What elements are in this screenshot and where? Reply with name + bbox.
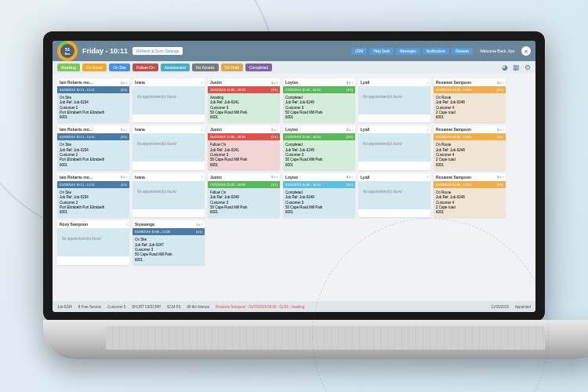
footer-date: 11/03/2019 xyxy=(491,305,509,309)
appointment-card[interactable]: Roxy Sampson ›No appointment(s) found xyxy=(57,220,129,264)
timer-value: 51 Sec xyxy=(60,44,74,58)
card-body: No appointment(s) found xyxy=(132,181,205,209)
appointment-time: 01/03/2019 10:11 - 11:11 xyxy=(60,135,95,139)
filter-onsite[interactable]: On Site xyxy=(109,64,130,71)
card-header: Loyiso4 x › xyxy=(283,125,355,133)
progress-pct: (1/1) xyxy=(196,230,202,234)
card-time-bar: 27/02/2019 15:20 - 16:39(1/1) xyxy=(208,181,280,188)
job-count: 3 x › xyxy=(271,175,278,179)
job-count: › xyxy=(126,223,127,227)
tech-name: Iain Roberts mo... xyxy=(60,127,93,132)
card-header: Loyiso4 x › xyxy=(283,78,355,86)
card-header: Ivana › xyxy=(132,173,205,181)
job-count: 4 x › xyxy=(347,128,353,132)
card-header: Roxy Sampson › xyxy=(57,220,129,228)
tech-name: Loyiso xyxy=(285,127,298,132)
card-line: 6001 xyxy=(60,210,127,215)
job-count: 3 x › xyxy=(271,128,278,132)
card-time-bar: 01/03/2019 10:11 - 11:11(1/1) xyxy=(57,86,129,93)
appointment-card[interactable]: Siyasanga1 x ›01/03/2019 10:06 - 11:06(1… xyxy=(132,220,205,264)
card-time-bar: 01/03/2019 10:06 - 11:06(1/1) xyxy=(132,228,205,235)
page-title: Friday - 10:11 xyxy=(82,47,128,55)
progress-pct: (1/1) xyxy=(497,135,503,139)
filter-followon[interactable]: Follow-On xyxy=(132,64,158,71)
card-header: Lyall › xyxy=(358,125,430,133)
card-body: Follow OnJob Ref: Job-0249Customer 350 C… xyxy=(208,188,280,217)
progress-pct: (1/1) xyxy=(121,88,127,92)
appointment-card[interactable]: Justin3 x ›26/02/2019 12:00 - 18:10(1/1)… xyxy=(208,78,280,122)
close-icon[interactable]: × xyxy=(521,46,531,56)
view-controls: ◕ ▦ ⚙ xyxy=(502,64,531,71)
appointment-card[interactable]: Iain Roberts mo...3 x ›01/03/2019 10:11 … xyxy=(57,78,129,122)
appointment-card[interactable]: Justin3 x ›26/02/2019 12:00 - 18:10(1/1)… xyxy=(208,125,280,169)
appointment-card[interactable]: Ivana ›No appointment(s) found xyxy=(132,173,205,217)
card-header: Roxanne Sampson3 x › xyxy=(434,173,506,181)
appointment-card[interactable]: Loyiso4 x ›27/02/2019 15:49 - 16:10(1/1)… xyxy=(283,125,355,169)
job-count: 4 x › xyxy=(347,175,353,179)
card-body: On SiteJob Ref: Job-0234Customer 2Port E… xyxy=(57,93,129,122)
nav-reviews[interactable]: Reviews xyxy=(452,48,473,55)
footer-addr: 80 6th Avenue xyxy=(187,305,209,309)
app-header: 51 Sec Friday - 10:11 Refresh & Sync Set… xyxy=(53,41,535,61)
progress-pct: (1/1) xyxy=(271,88,278,92)
job-count: 3 x › xyxy=(121,81,127,85)
tech-name: Iain Roberts mo... xyxy=(60,80,93,85)
appointment-card[interactable]: Roxanne Sampson3 x ›01/03/2019 00:00 - 1… xyxy=(434,173,506,217)
nav-messages[interactable]: Messages xyxy=(396,48,420,55)
appointment-card[interactable]: Lyall ›No appointment(s) found xyxy=(358,173,430,217)
pie-chart-icon[interactable]: ◕ xyxy=(502,64,508,71)
appointment-card[interactable]: Lyall ›No appointment(s) found xyxy=(358,78,430,122)
card-body: On SiteJob Ref: Job-0247Customer 350 Cap… xyxy=(132,235,205,264)
appointment-card[interactable]: Ivana ›No appointment(s) found xyxy=(132,78,205,122)
card-time-bar: 26/02/2019 12:00 - 18:10(1/1) xyxy=(208,86,280,93)
card-body: On RouteJob Ref: Job-0248Customer 42 Cap… xyxy=(434,93,506,122)
refresh-timer[interactable]: 51 Sec xyxy=(57,41,78,61)
progress-pct: (1/1) xyxy=(497,183,503,187)
status-filter-bar: Awaiting On Route On Site Follow-On Asse… xyxy=(53,61,535,74)
appointment-card[interactable]: Justin3 x ›27/02/2019 15:20 - 16:39(1/1)… xyxy=(208,173,280,217)
card-body: No appointment(s) found xyxy=(358,181,430,209)
appointment-card[interactable]: Iain Roberts mo...3 x ›01/03/2019 10:11 … xyxy=(57,173,129,217)
grid-icon[interactable]: ▦ xyxy=(513,64,520,71)
filter-noaccess[interactable]: No Access xyxy=(192,64,219,71)
card-line: 6001 xyxy=(436,163,503,168)
empty-message: No appointment(s) found xyxy=(135,89,202,106)
schedule-grid: Iain Roberts mo...3 x ›01/03/2019 10:11 … xyxy=(53,74,535,301)
filter-completed[interactable]: Completed xyxy=(245,64,272,71)
nav-crm[interactable]: CRM xyxy=(351,48,367,55)
tech-name: Justin xyxy=(210,127,222,132)
card-header: Iain Roberts mo...3 x › xyxy=(57,173,129,181)
filter-assessment[interactable]: Assessment xyxy=(161,64,190,71)
card-time-bar: 01/03/2019 10:11 - 11:11(1/1) xyxy=(57,181,129,188)
card-line: 6001 xyxy=(285,115,353,120)
nav-notifications[interactable]: Notifications xyxy=(423,48,450,55)
card-body: CompletedJob Ref: Job-0249Customer 350 C… xyxy=(283,93,355,122)
nav-helpdesk[interactable]: Help Desk xyxy=(369,48,394,55)
appointment-card[interactable]: Roxanne Sampson3 x ›01/03/2019 00:00 - 1… xyxy=(434,78,506,122)
appointment-card[interactable]: Iain Roberts mo...3 x ›01/03/2019 10:11 … xyxy=(57,125,129,169)
filter-onroute[interactable]: On Route xyxy=(82,64,107,71)
footer-service: 8 Free Service xyxy=(78,305,101,309)
card-time-bar: 01/03/2019 00:00 - 11:00(1/1) xyxy=(434,86,506,93)
progress-pct: (1/1) xyxy=(347,135,353,139)
appointment-time: 01/03/2019 10:06 - 11:06 xyxy=(135,230,170,234)
refresh-sync-button[interactable]: Refresh & Sync Settings xyxy=(132,47,183,55)
card-line: 6001 xyxy=(436,115,503,120)
appointment-card[interactable]: Lyall ›No appointment(s) found xyxy=(358,125,430,169)
filter-awaiting[interactable]: Awaiting xyxy=(57,64,80,71)
appointment-card[interactable]: Ivana ›No appointment(s) found xyxy=(132,125,205,169)
filter-onhold[interactable]: On Hold xyxy=(221,64,243,71)
card-line: 6001 xyxy=(60,163,127,168)
job-count: › xyxy=(427,81,428,85)
job-count: 3 x › xyxy=(271,81,278,85)
appointment-time: 27/02/2019 15:49 - 16:10 xyxy=(285,183,321,187)
share-icon[interactable]: ⚙ xyxy=(524,64,531,71)
card-body: CompletedJob Ref: Job-0249Customer 350 C… xyxy=(283,140,355,169)
header-nav: CRM Help Desk Messages Notifications Rev… xyxy=(351,48,473,55)
appointment-card[interactable]: Loyiso4 x ›27/02/2019 15:49 - 16:10(1/1)… xyxy=(283,173,355,217)
appointment-card[interactable]: Roxanne Sampson3 x ›01/03/2019 00:00 - 1… xyxy=(434,125,506,169)
appointment-card[interactable]: Loyiso4 x ›27/02/2019 15:49 - 16:10(1/1)… xyxy=(283,78,355,122)
empty-message: No appointment(s) found xyxy=(60,230,127,248)
card-body: No appointment(s) found xyxy=(358,86,430,114)
card-header: Lyall › xyxy=(358,78,430,86)
